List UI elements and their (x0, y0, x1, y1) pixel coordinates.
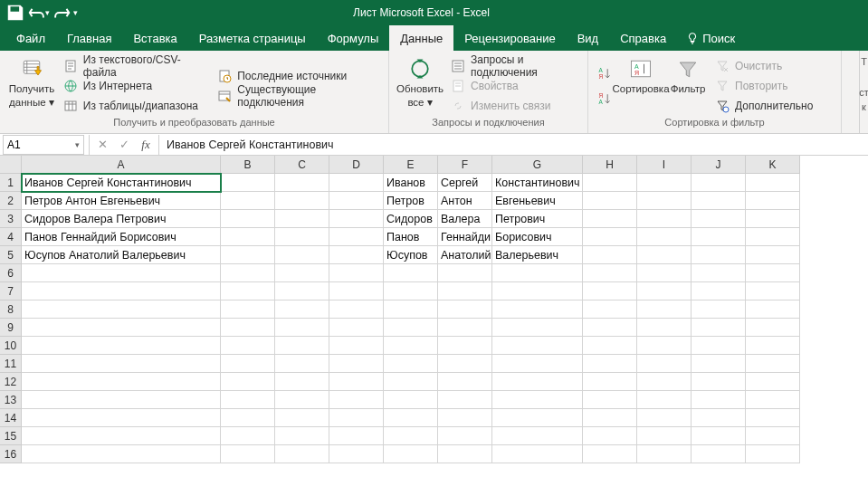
cell[interactable] (492, 337, 583, 355)
column-header[interactable]: E (384, 156, 438, 174)
cell[interactable] (583, 174, 637, 192)
cell[interactable] (746, 210, 800, 228)
cell[interactable] (438, 300, 492, 319)
cell[interactable] (22, 445, 221, 463)
cell[interactable] (746, 409, 800, 427)
cancel-formula-button[interactable]: ✕ (91, 135, 113, 155)
existing-connections-button[interactable]: Существующие подключения (215, 87, 381, 105)
cell[interactable] (329, 282, 384, 300)
cell[interactable] (692, 192, 746, 210)
cell[interactable]: Константинович (492, 174, 583, 192)
cell[interactable] (492, 264, 583, 282)
cell[interactable] (637, 391, 692, 409)
cell[interactable]: Сергей (438, 174, 492, 192)
cell[interactable] (384, 409, 438, 427)
cell[interactable]: Иванов Сергей Константинович (22, 174, 221, 192)
cell[interactable] (746, 192, 800, 210)
cell[interactable] (384, 427, 438, 445)
cell[interactable] (22, 373, 221, 391)
row-header[interactable]: 14 (0, 409, 22, 427)
namebox-dropdown-icon[interactable]: ▾ (75, 140, 80, 149)
cell[interactable] (692, 445, 746, 463)
cell[interactable] (637, 210, 692, 228)
cell[interactable] (692, 210, 746, 228)
advanced-filter-button[interactable]: Дополнительно (713, 97, 815, 115)
column-header[interactable]: C (275, 156, 329, 174)
cell[interactable]: Петрович (492, 210, 583, 228)
cell[interactable] (275, 192, 329, 210)
cell[interactable]: Валера (438, 210, 492, 228)
row-header[interactable]: 12 (0, 373, 22, 391)
cell[interactable] (329, 210, 384, 228)
cell[interactable] (438, 391, 492, 409)
cell[interactable] (221, 409, 275, 427)
row-header[interactable]: 5 (0, 246, 22, 264)
cell[interactable] (384, 391, 438, 409)
cell[interactable] (22, 264, 221, 282)
cell[interactable] (438, 409, 492, 427)
column-header[interactable]: B (221, 156, 275, 174)
cell[interactable] (746, 373, 800, 391)
cell[interactable] (692, 355, 746, 373)
row-header[interactable]: 3 (0, 210, 22, 228)
cell[interactable] (583, 445, 637, 463)
cell[interactable] (637, 300, 692, 319)
refresh-all-button[interactable]: Обновить все ▾ (396, 54, 444, 117)
cell[interactable] (221, 246, 275, 264)
cell[interactable] (275, 210, 329, 228)
cell[interactable]: Сидоров Валера Петрович (22, 210, 221, 228)
cell[interactable] (275, 427, 329, 445)
cell[interactable] (692, 373, 746, 391)
column-header[interactable]: H (583, 156, 637, 174)
cell[interactable] (692, 300, 746, 319)
cell[interactable] (275, 409, 329, 427)
cell[interactable] (637, 373, 692, 391)
get-data-button[interactable]: Получить данные ▾ (7, 54, 56, 117)
cell[interactable] (692, 319, 746, 337)
cell[interactable] (22, 337, 221, 355)
cell[interactable] (329, 373, 384, 391)
recent-sources-button[interactable]: Последние источники (215, 67, 381, 85)
cell[interactable]: Анатолий (438, 246, 492, 264)
cell[interactable] (637, 192, 692, 210)
cell[interactable] (275, 174, 329, 192)
cell[interactable] (637, 174, 692, 192)
cell[interactable] (583, 300, 637, 319)
cell[interactable] (492, 391, 583, 409)
cell[interactable] (275, 246, 329, 264)
cell[interactable] (438, 319, 492, 337)
cell[interactable] (329, 228, 384, 246)
cell[interactable] (275, 228, 329, 246)
cell[interactable] (384, 373, 438, 391)
cell[interactable] (583, 246, 637, 264)
ribbon-tab-5[interactable]: Данные (389, 25, 453, 51)
cell[interactable] (746, 228, 800, 246)
cell[interactable]: Валерьевич (492, 246, 583, 264)
cell[interactable] (275, 373, 329, 391)
cell[interactable] (583, 391, 637, 409)
name-box[interactable]: A1 ▾ (3, 135, 84, 155)
cell[interactable] (692, 282, 746, 300)
cell[interactable] (275, 337, 329, 355)
cell[interactable]: Петров Антон Евгеньевич (22, 192, 221, 210)
cell[interactable] (583, 192, 637, 210)
cell[interactable] (329, 427, 384, 445)
cell[interactable]: Юсупов Анатолий Валерьевич (22, 246, 221, 264)
column-header[interactable]: J (692, 156, 746, 174)
cell[interactable] (221, 264, 275, 282)
save-button[interactable] (5, 3, 25, 23)
cell[interactable] (637, 228, 692, 246)
cell[interactable] (583, 427, 637, 445)
cell[interactable] (746, 445, 800, 463)
cell[interactable] (583, 337, 637, 355)
cell[interactable] (384, 282, 438, 300)
cell[interactable] (438, 373, 492, 391)
cell[interactable] (692, 174, 746, 192)
column-header[interactable]: G (492, 156, 583, 174)
column-header[interactable]: D (329, 156, 384, 174)
from-table-range-button[interactable]: Из таблицы/диапазона (62, 97, 210, 115)
cell[interactable] (492, 319, 583, 337)
insert-function-button[interactable]: fx (135, 135, 157, 155)
row-header[interactable]: 2 (0, 192, 22, 210)
accept-formula-button[interactable]: ✓ (113, 135, 135, 155)
